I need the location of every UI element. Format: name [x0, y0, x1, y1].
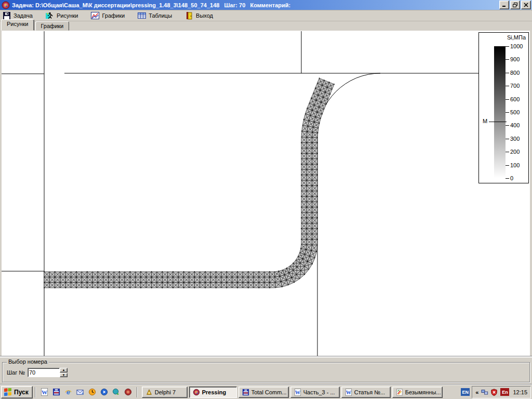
taskbar-button-часть_3-[interactable]: WЧасть_3 - ...: [290, 387, 340, 398]
tab-bar: РисункиГрафики: [0, 21, 532, 31]
shield-icon[interactable]: [490, 389, 498, 396]
quick-launch-media-player-icon[interactable]: [100, 388, 109, 396]
legend-tick: [506, 178, 509, 179]
exit-door-icon: [185, 11, 193, 20]
paint-icon: [396, 389, 403, 396]
quick-launch-sync-icon[interactable]: [112, 388, 121, 396]
application-window: Задача: D:\Общая\Саша_М\К диссертации\pr…: [0, 0, 532, 399]
table-icon: [138, 11, 146, 20]
tab-рисунки[interactable]: Рисунки: [1, 19, 34, 31]
legend-tick-label: 300: [510, 136, 520, 142]
taskbar: Пуск We Delphi 7PressingTotal Comm...WЧа…: [0, 384, 532, 399]
toolbar-button-выход[interactable]: Выход: [183, 11, 216, 20]
toolbar-button-label: Рисунки: [57, 12, 78, 19]
taskbar-button-delphi-7[interactable]: Delphi 7: [142, 387, 188, 398]
rose-icon: [193, 389, 200, 396]
taskbar-separator: [137, 387, 138, 397]
language-indicator-2[interactable]: En: [500, 388, 509, 396]
legend-gradient-bar: [494, 46, 506, 178]
simulation-canvas: [0, 31, 532, 356]
running-person-icon: [46, 11, 54, 20]
taskbar-button-total-comm-[interactable]: Total Comm...: [238, 387, 289, 398]
clock-icon: [88, 388, 96, 396]
svg-text:W: W: [295, 389, 300, 395]
legend-tick-label: 400: [510, 122, 520, 128]
sync-icon: [112, 388, 120, 396]
toolbar-button-графики[interactable]: Графики: [89, 11, 128, 20]
step-panel: Выбор номера Шаг № ▲ ▼: [0, 356, 532, 384]
toolbar-button-label: Графики: [102, 12, 125, 19]
floppy-icon: [52, 388, 60, 396]
quick-launch-ie-icon[interactable]: e: [64, 388, 73, 396]
step-number-input[interactable]: [28, 368, 60, 377]
legend-tick-label: 200: [510, 149, 520, 155]
legend-title: Si,МПа: [507, 34, 526, 41]
restore-button[interactable]: [510, 1, 520, 9]
quick-launch-word-icon[interactable]: W: [40, 388, 49, 396]
svg-text:W: W: [42, 389, 48, 395]
taskbar-buttons: Delphi 7PressingTotal Comm...WЧасть_3 - …: [142, 387, 443, 398]
taskbar-clock: 12:15: [513, 389, 527, 395]
legend-tick: [506, 152, 509, 152]
spinner-down-button[interactable]: ▼: [60, 373, 68, 378]
toolbar-button-label: Таблицы: [149, 12, 172, 19]
word-icon: W: [294, 389, 301, 396]
legend-marker-label: M: [483, 118, 487, 124]
legend-tick: [506, 125, 509, 126]
taskbar-button-label: Delphi 7: [155, 389, 176, 395]
window-title: Задача: D:\Общая\Саша_М\К диссертации\pr…: [12, 2, 497, 8]
spinner-up-button[interactable]: ▲: [60, 368, 68, 373]
legend-tick-label: 500: [510, 109, 520, 115]
taskbar-button-статья-[interactable]: WСтатья №...: [341, 387, 391, 398]
step-groupbox: Выбор номера Шаг № ▲ ▼: [2, 362, 530, 382]
ie-icon: e: [64, 388, 72, 396]
svg-text:W: W: [345, 389, 351, 395]
legend-tick: [506, 86, 509, 86]
legend-marker-line: [489, 122, 507, 122]
mail-icon: [76, 388, 84, 396]
delphi-icon: [145, 389, 153, 396]
close-button[interactable]: [521, 1, 531, 9]
legend-tick-label: 800: [510, 70, 520, 76]
tab-графики[interactable]: Графики: [35, 21, 70, 31]
word-icon: W: [345, 389, 352, 396]
legend-tick-label: 1000: [510, 43, 523, 49]
step-spinner: ▲ ▼: [60, 368, 68, 377]
quick-launch-clock-icon[interactable]: [88, 388, 97, 396]
taskbar-button-label: Статья №...: [354, 389, 385, 395]
legend-tick-label: 900: [510, 56, 520, 62]
stress-legend: Si,МПа 10009008007006005004003002001000 …: [478, 32, 529, 183]
legend-tick: [506, 139, 509, 139]
system-tray: « En 12:15: [472, 386, 531, 398]
quick-launch-mail-icon[interactable]: [76, 388, 85, 396]
taskbar-button-безымянны-[interactable]: Безымянны...: [392, 387, 443, 398]
taskbar-button-pressing[interactable]: Pressing: [189, 387, 237, 398]
step-group-title: Выбор номера: [7, 358, 49, 365]
quick-launch-media-red-icon[interactable]: [124, 388, 132, 396]
media-red-icon: [124, 388, 132, 396]
language-indicator[interactable]: EN: [461, 388, 470, 396]
toolbar-button-label: Выход: [196, 12, 213, 19]
media-player-icon: [100, 388, 108, 396]
windows-logo-icon: [4, 388, 12, 396]
floppy-disk-icon: [3, 11, 11, 20]
tray-collapse-chevron[interactable]: «: [475, 389, 478, 395]
legend-tick-label: 0: [510, 175, 513, 181]
legend-tick: [506, 112, 509, 113]
word-icon: W: [41, 388, 48, 396]
legend-tick: [506, 73, 509, 73]
network-icon[interactable]: [481, 389, 488, 396]
toolbar-button-рисунки[interactable]: Рисунки: [44, 11, 82, 20]
step-label: Шаг №: [7, 369, 25, 376]
quick-launch-floppy-icon[interactable]: [52, 388, 61, 396]
app-icon: [2, 1, 10, 9]
legend-tick: [506, 59, 509, 60]
svg-text:e: e: [66, 388, 70, 396]
minimize-button[interactable]: [499, 1, 509, 9]
taskbar-button-label: Безымянны...: [405, 389, 441, 395]
toolbar-button-таблицы[interactable]: Таблицы: [136, 11, 175, 20]
start-button[interactable]: Пуск: [1, 386, 33, 398]
toolbar: ЗадачаРисункиГрафикиТаблицыВыход: [0, 10, 532, 21]
toolbar-button-label: Задача: [14, 12, 33, 19]
taskbar-separator: [35, 387, 36, 397]
